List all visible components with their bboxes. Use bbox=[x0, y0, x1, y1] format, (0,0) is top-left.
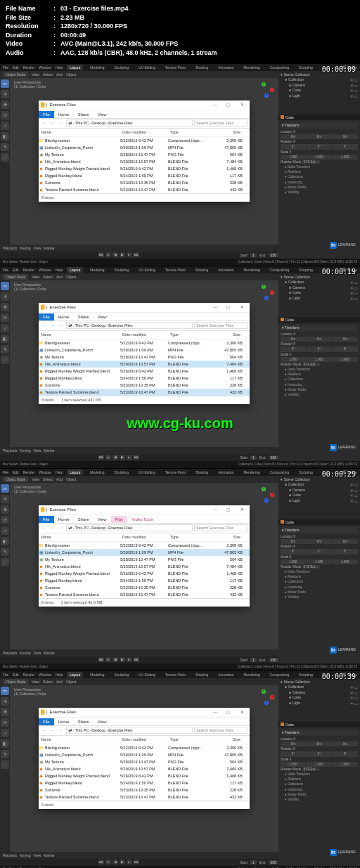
jump-start-icon[interactable]: ⏮ bbox=[98, 657, 104, 662]
restrict-icon[interactable]: ▭ bbox=[354, 89, 358, 92]
panel-collapsed[interactable]: ▸ Visibility bbox=[281, 595, 358, 600]
restrict-icon[interactable]: ▭ bbox=[354, 488, 358, 492]
workspace-tab[interactable]: Animation bbox=[215, 267, 236, 273]
restrict-icon[interactable]: ▭ bbox=[354, 280, 358, 284]
outliner-item[interactable]: Camera👁▭ bbox=[281, 690, 358, 696]
panel-collapsed[interactable]: ▸ Delta Transform bbox=[281, 569, 358, 574]
maximize-button[interactable]: ▢ bbox=[223, 303, 234, 311]
tool-measure-icon[interactable]: ⟋ bbox=[1, 760, 9, 769]
panel-collapsed[interactable]: ▸ Motion Paths bbox=[281, 185, 358, 190]
panel-transform[interactable]: ▾ Transform bbox=[281, 730, 358, 736]
panel-transform[interactable]: ▾ Transform bbox=[281, 325, 358, 331]
workspace-tab[interactable]: Modeling bbox=[87, 672, 107, 678]
col-size[interactable]: Size bbox=[210, 535, 243, 539]
menu-render[interactable]: Render bbox=[23, 470, 34, 474]
outliner[interactable]: ▾ Scene CollectionCollection👁▭Camera👁▭Cu… bbox=[278, 273, 360, 317]
crumb[interactable]: Desktop bbox=[91, 121, 105, 125]
file-row[interactable]: ◆Rigged Monkey Weight Painted.blend5/26/… bbox=[39, 570, 250, 577]
nav-gizmo-icon[interactable]: XYZ bbox=[259, 689, 274, 705]
nav-back-icon[interactable]: ← bbox=[41, 728, 48, 732]
mode-selector[interactable]: Object Mode bbox=[3, 274, 28, 280]
explorer-navbar[interactable]: ← → ↑ 🖳›This PC›Desktop›Exercise Files S… bbox=[39, 321, 250, 331]
outliner-item[interactable]: Light👁▭ bbox=[281, 93, 358, 99]
explorer-columns[interactable]: Name Date modified Type Size bbox=[39, 129, 250, 137]
tool-transform-icon[interactable]: ◧ bbox=[1, 335, 9, 343]
nav-fwd-icon[interactable]: → bbox=[49, 728, 56, 732]
nav-gizmo-icon[interactable]: XYZ bbox=[259, 285, 274, 300]
ribbon-tab-file[interactable]: File bbox=[39, 313, 54, 320]
panel-collapsed[interactable]: ▸ Collections bbox=[281, 377, 358, 382]
frame-start[interactable]: 1 bbox=[250, 658, 257, 662]
properties-panel[interactable]: ▾ TransformLocation X0m0m0mRotation X0°0… bbox=[278, 727, 360, 866]
outliner-item[interactable]: Camera👁▭ bbox=[281, 488, 358, 493]
workspace-tab[interactable]: Scripting bbox=[296, 65, 315, 70]
tool-scale-icon[interactable]: ⤢ bbox=[1, 729, 9, 737]
workspace-tab[interactable]: Layout bbox=[67, 267, 83, 273]
ribbon-tab-play[interactable]: Play bbox=[111, 516, 128, 523]
tool-scale-icon[interactable]: ⤢ bbox=[1, 122, 9, 130]
outliner[interactable]: ▾ Scene CollectionCollection👁▭Camera👁▭Cu… bbox=[278, 71, 360, 115]
menu-window[interactable]: Window bbox=[39, 65, 51, 70]
frame-end[interactable]: 250 bbox=[269, 253, 278, 257]
tool-rotate-icon[interactable]: ⟳ bbox=[1, 516, 9, 524]
workspace-tab[interactable]: Sculpting bbox=[112, 469, 132, 475]
panel-collapsed[interactable]: ▸ Instancing bbox=[281, 787, 358, 792]
explorer-ribbon[interactable]: FileHomeShareView bbox=[39, 313, 250, 321]
breadcrumb[interactable]: 🖳›This PC›Desktop›Exercise Files bbox=[66, 524, 193, 531]
file-row[interactable]: ◆Nik_Animation.blend5/29/2019 10:57 PMBL… bbox=[39, 158, 250, 165]
menu-file[interactable]: File bbox=[3, 268, 8, 272]
jump-start-icon[interactable]: ⏮ bbox=[98, 252, 104, 257]
eye-icon[interactable]: 👁 bbox=[350, 499, 354, 503]
file-row[interactable]: ◆Texture Painted Suzanne.blend5/23/2019 … bbox=[39, 389, 250, 396]
workspace-tab[interactable]: Animation bbox=[215, 469, 236, 475]
tool-select-icon[interactable]: ▭ bbox=[1, 484, 9, 493]
frame-end[interactable]: 250 bbox=[269, 860, 278, 864]
col-name[interactable]: Name bbox=[39, 332, 120, 337]
tool-move-icon[interactable]: ✥ bbox=[1, 505, 9, 514]
mode-selector[interactable]: Object Mode bbox=[3, 679, 28, 685]
outliner-item[interactable]: Collection👁▭ bbox=[281, 77, 358, 83]
panel-collapsed[interactable]: ▸ Relations bbox=[281, 777, 358, 782]
file-row[interactable]: ◆Rigged Monkey Weight Painted.blend5/26/… bbox=[39, 772, 250, 779]
restrict-icon[interactable]: ▭ bbox=[354, 297, 358, 300]
header-menu[interactable]: Select bbox=[43, 275, 53, 279]
outliner-item[interactable]: Light👁▭ bbox=[281, 701, 358, 706]
file-row[interactable]: ◆Rigged Monkey.blend5/24/2019 1:50 PMBLE… bbox=[39, 577, 250, 584]
eye-icon[interactable]: 👁 bbox=[350, 78, 354, 82]
workspace-tab[interactable]: Scripting bbox=[296, 469, 315, 475]
ribbon-tab-home[interactable]: Home bbox=[54, 516, 74, 523]
panel-collapsed[interactable]: ▸ Visibility bbox=[281, 797, 358, 802]
workspace-tab[interactable]: UV Editing bbox=[136, 672, 158, 678]
workspace-tab[interactable]: Rendering bbox=[240, 672, 262, 678]
menu-window[interactable]: Window bbox=[39, 470, 51, 474]
workspace-tab[interactable]: Compositing bbox=[267, 469, 292, 475]
ribbon-tab-view[interactable]: View bbox=[94, 111, 111, 118]
nav-up-icon[interactable]: ↑ bbox=[58, 323, 65, 328]
workspace-tab[interactable]: Layout bbox=[67, 672, 83, 678]
panel-collapsed[interactable]: ▸ Visibility bbox=[281, 190, 358, 195]
col-date[interactable]: Date modified bbox=[120, 737, 168, 741]
file-row[interactable]: ▦LinkedIn_Carpinteria_Porch5/30/2019 1:0… bbox=[39, 346, 250, 354]
explorer-columns[interactable]: Name Date modified Type Size bbox=[39, 331, 250, 339]
menu-help[interactable]: Help bbox=[56, 65, 63, 70]
mode-selector[interactable]: Object Mode bbox=[3, 72, 28, 77]
minimize-button[interactable]: — bbox=[210, 708, 221, 716]
tool-annotate-icon[interactable]: ✎ bbox=[1, 345, 9, 354]
nav-back-icon[interactable]: ← bbox=[41, 121, 48, 125]
workspace-tab[interactable]: Animation bbox=[215, 65, 236, 70]
restrict-icon[interactable]: ▭ bbox=[354, 78, 358, 82]
blender-header[interactable]: Object ModeViewSelectAddObject bbox=[0, 71, 278, 78]
file-row[interactable]: ◆Suzanne5/23/2019 10:35 PMBLEND File228 … bbox=[39, 584, 250, 591]
timeline-menu[interactable]: Keying bbox=[20, 853, 30, 857]
file-row[interactable]: ◆Texture Painted Suzanne.blend5/23/2019 … bbox=[39, 186, 250, 193]
timeline-controls[interactable]: ⏮ ◂ ◀ ▶ ▸ ⏭ Start 1 End 250 bbox=[0, 656, 278, 663]
file-row[interactable]: 📁Blenfig-master5/22/2019 9:42 PMCompress… bbox=[39, 744, 250, 751]
outliner-item[interactable]: Light👁▭ bbox=[281, 498, 358, 504]
close-button[interactable]: ✕ bbox=[236, 303, 248, 311]
header-menu[interactable]: View bbox=[32, 477, 39, 481]
eye-icon[interactable]: 👁 bbox=[350, 483, 354, 486]
outliner-item[interactable]: Cube👁▭ bbox=[281, 88, 358, 93]
workspace-tab[interactable]: Shading bbox=[193, 267, 211, 273]
timeline-header[interactable]: PlaybackKeyingViewMarker bbox=[0, 245, 278, 252]
workspace-tab[interactable]: Scripting bbox=[296, 267, 315, 273]
